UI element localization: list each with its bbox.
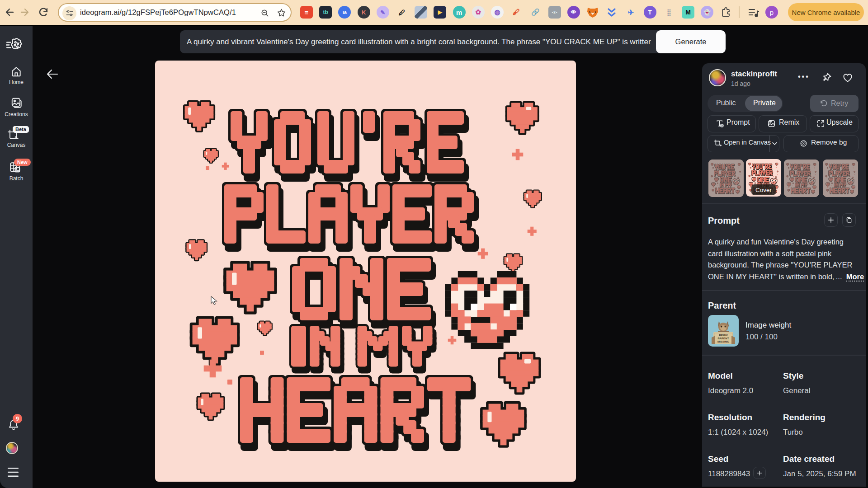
svg-text:MISSING: MISSING <box>717 340 729 343</box>
svg-text:REMIX: REMIX <box>719 333 728 337</box>
svg-text:PARENT: PARENT <box>718 337 729 340</box>
